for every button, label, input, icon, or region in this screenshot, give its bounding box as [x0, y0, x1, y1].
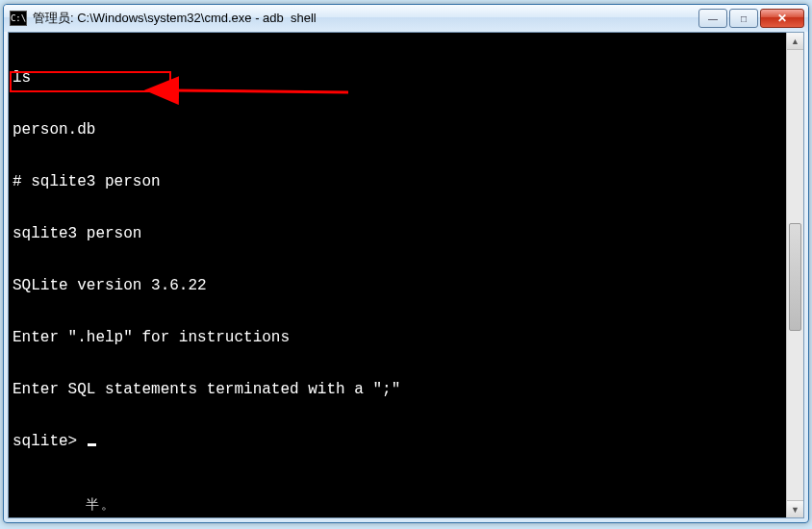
terminal-line: SQLite version 3.6.22 — [13, 277, 786, 294]
maximize-button[interactable]: □ — [729, 9, 758, 28]
cursor-icon — [88, 443, 96, 446]
terminal[interactable]: ls person.db # sqlite3 person sqlite3 pe… — [13, 35, 786, 516]
client-area: ls person.db # sqlite3 person sqlite3 pe… — [8, 32, 804, 518]
scroll-up-button[interactable]: ▲ — [787, 33, 803, 50]
cmd-icon: C:\ — [10, 11, 27, 26]
terminal-prompt-line: sqlite> — [13, 433, 786, 450]
window-controls: — □ ✕ — [698, 9, 804, 28]
terminal-line: sqlite3 person — [13, 225, 786, 242]
terminal-line-highlighted: # sqlite3 person — [13, 173, 786, 190]
scroll-thumb[interactable] — [789, 223, 801, 331]
vertical-scrollbar[interactable]: ▲ ▼ — [786, 33, 803, 517]
terminal-line: Enter ".help" for instructions — [13, 329, 786, 346]
terminal-line: ls — [13, 69, 786, 87]
scroll-track[interactable] — [787, 50, 803, 500]
window-title: 管理员: C:\Windows\system32\cmd.exe - adb s… — [33, 10, 698, 27]
terminal-line: person.db — [13, 121, 786, 139]
terminal-line: Enter SQL statements terminated with a "… — [13, 381, 786, 398]
close-button[interactable]: ✕ — [760, 9, 804, 28]
minimize-button[interactable]: — — [698, 9, 727, 28]
scroll-down-button[interactable]: ▼ — [787, 500, 803, 517]
cmd-window: C:\ 管理员: C:\Windows\system32\cmd.exe - a… — [3, 4, 809, 523]
titlebar[interactable]: C:\ 管理员: C:\Windows\system32\cmd.exe - a… — [4, 5, 808, 32]
sqlite-prompt: sqlite> — [13, 433, 87, 450]
stray-text: 半。 — [86, 496, 116, 514]
